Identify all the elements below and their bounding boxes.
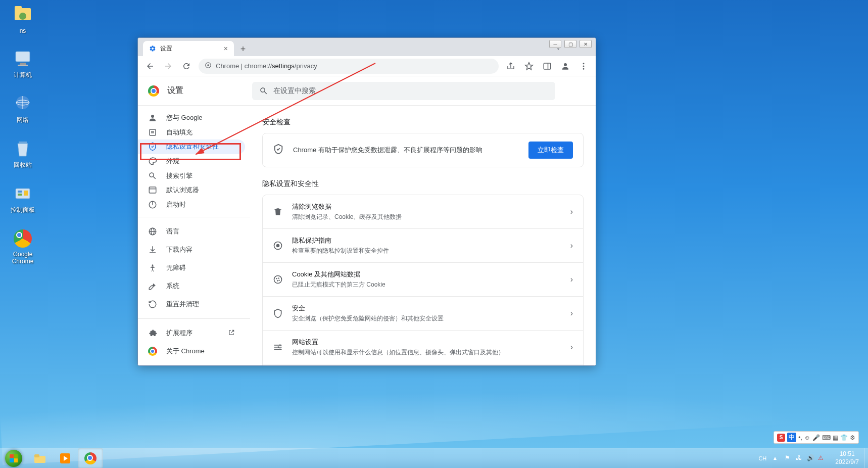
taskbar-item-media-player[interactable] [53,448,78,468]
svg-point-39 [278,279,280,281]
sidebar-item-on-startup[interactable]: 启动时 [138,197,245,212]
new-tab-button[interactable]: + [236,42,250,56]
sidebar-item-system[interactable]: 系统 [138,277,245,295]
menu-button[interactable] [575,58,592,74]
sidebar-item-default-browser[interactable]: 默认浏览器 [138,183,245,198]
gear-icon [149,45,156,52]
forward-button[interactable] [160,58,176,74]
sidebar-item-you-and-google[interactable]: 您与 Google [138,111,245,125]
chevron-right-icon: › [570,309,573,318]
tray-show-hidden-icon[interactable]: ▴ [774,454,782,462]
desktop-icon-network[interactable]: 网络 [5,93,40,124]
settings-page: 设置 在设置中搜索 您与 Google 自动填充 [138,76,596,365]
share-button[interactable] [503,58,519,74]
profile-button[interactable] [557,58,573,74]
svg-point-36 [276,278,277,279]
show-desktop-button[interactable] [864,448,868,469]
tray-action-center-icon[interactable]: ⚑ [785,454,793,462]
chrome-browser-window: ─ ▢ ✕ 设置 × + Chrome | chrome://settings/… [137,37,596,366]
taskbar-item-chrome[interactable] [78,448,103,468]
desktop-icon-label: ns [20,27,26,34]
svg-point-41 [277,346,279,348]
sidebar-item-extensions[interactable]: 扩展程序 [138,324,245,342]
back-button[interactable] [142,58,158,74]
tray-network-icon[interactable]: 🖧 [796,454,804,462]
check-now-button[interactable]: 立即检查 [528,142,573,159]
row-cookies[interactable]: Cookie 及其他网站数据 已阻止无痕模式下的第三方 Cookie › [263,262,583,296]
tray-security-icon[interactable]: ⚠ [818,454,826,462]
row-title: 清除浏览数据 [292,202,561,211]
taskbar-clock[interactable]: 10:51 2022/9/7 [830,450,864,466]
tray-volume-icon[interactable]: 🔊 [807,454,815,462]
row-security[interactable]: 安全 安全浏览（保护您免受危险网站的侵害）和其他安全设置 › [263,296,583,330]
guide-icon [273,241,283,251]
browser-tab-settings[interactable]: 设置 × [143,41,234,56]
settings-title: 设置 [167,85,183,96]
ime-toolbox-icon[interactable]: 👕 [840,434,848,441]
row-privacy-sandbox[interactable]: 隐私沙盒 试用版功能已开启 [263,364,583,365]
sidebar-item-languages[interactable]: 语言 [138,222,245,241]
ime-keyboard-icon[interactable]: ⌨ [822,434,831,441]
sidebar-item-about-chrome[interactable]: 关于 Chrome [138,342,245,360]
svg-rect-3 [16,52,30,62]
sidebar-label: 重置并清理 [166,300,199,309]
person-icon [148,113,157,122]
ime-lang-indicator[interactable]: 中 [787,433,796,442]
row-clear-browsing-data[interactable]: 清除浏览数据 清除浏览记录、Cookie、缓存及其他数据 › [263,195,583,228]
reload-button[interactable] [178,58,195,74]
desktop-icon-control-panel[interactable]: 控制面板 [5,183,40,214]
minimize-button[interactable]: ─ [549,40,561,48]
sidebar-label: 关于 Chrome [166,347,205,356]
svg-point-20 [583,68,585,69]
ime-voice-icon[interactable]: 🎤 [812,434,820,441]
chrome-logo-icon [148,85,159,97]
svg-point-34 [277,245,279,247]
tab-strip: 设置 × + [138,38,596,56]
sidebar-item-reset[interactable]: 重置并清理 [138,295,245,313]
sidebar-item-search-engine[interactable]: 搜索引擎 [138,168,245,183]
desktop-icon-chrome[interactable]: Google Chrome [5,228,40,265]
ime-floating-bar[interactable]: S 中 •, ☺ 🎤 ⌨ ▦ 👕 ⚙ [774,431,863,444]
side-panel-button[interactable] [539,58,555,74]
chevron-right-icon: › [570,241,573,250]
sidebar-label: 语言 [166,227,179,236]
ime-settings-icon[interactable]: ⚙ [850,434,855,441]
shield-icon [148,142,157,151]
svg-point-17 [564,63,567,66]
bookmark-button[interactable] [521,58,537,74]
row-privacy-guide[interactable]: 隐私保护指南 检查重要的隐私控制设置和安全控件 › [263,228,583,262]
maximize-button[interactable]: ▢ [564,40,576,48]
reset-icon [148,300,157,309]
ime-emoji-icon[interactable]: ☺ [804,434,810,441]
autofill-icon [148,128,157,137]
sidebar-label: 您与 Google [166,113,203,122]
ime-punctuation-icon[interactable]: •, [798,434,802,441]
close-button[interactable]: ✕ [580,40,592,48]
sidebar-item-appearance[interactable]: 外观 [138,154,245,169]
start-button[interactable] [0,448,27,469]
desktop-icon-computer[interactable]: 计算机 [5,49,40,79]
language-indicator[interactable]: CH [755,455,769,461]
desktop-icon-ns[interactable]: ns [5,5,40,34]
address-bar: Chrome | chrome://settings/privacy [138,56,596,76]
desktop-icons: ns 计算机 网络 回收站 控制面板 Google Chrome [5,5,40,265]
ime-skin-icon[interactable]: ▦ [833,434,838,441]
settings-search-input[interactable]: 在设置中搜索 [252,82,555,100]
external-link-icon [228,329,235,338]
section-safety-check-label: 安全检查 [262,118,584,127]
sidebar-item-accessibility[interactable]: 无障碍 [138,259,245,277]
tab-title: 设置 [160,44,172,53]
row-site-settings[interactable]: 网站设置 控制网站可以使用和显示什么信息（如位置信息、摄像头、弹出式窗口及其他）… [263,330,583,364]
address-omnibox[interactable]: Chrome | chrome://settings/privacy [199,59,499,74]
row-title: 隐私保护指南 [292,236,561,245]
settings-main[interactable]: 安全检查 Chrome 有助于保护您免受数据泄露、不良扩展程序等问题的影响 立即… [250,106,596,365]
svg-rect-15 [544,63,551,69]
desktop-icon-recycle-bin[interactable]: 回收站 [5,138,40,169]
taskbar-item-explorer[interactable] [27,448,53,468]
sidebar-item-privacy-security[interactable]: 隐私设置和安全性 [138,139,245,154]
sidebar-item-autofill[interactable]: 自动填充 [138,125,245,140]
tab-close-button[interactable]: × [224,44,228,53]
globe-icon [148,227,157,236]
power-icon [148,200,157,209]
sidebar-item-downloads[interactable]: 下载内容 [138,241,245,259]
